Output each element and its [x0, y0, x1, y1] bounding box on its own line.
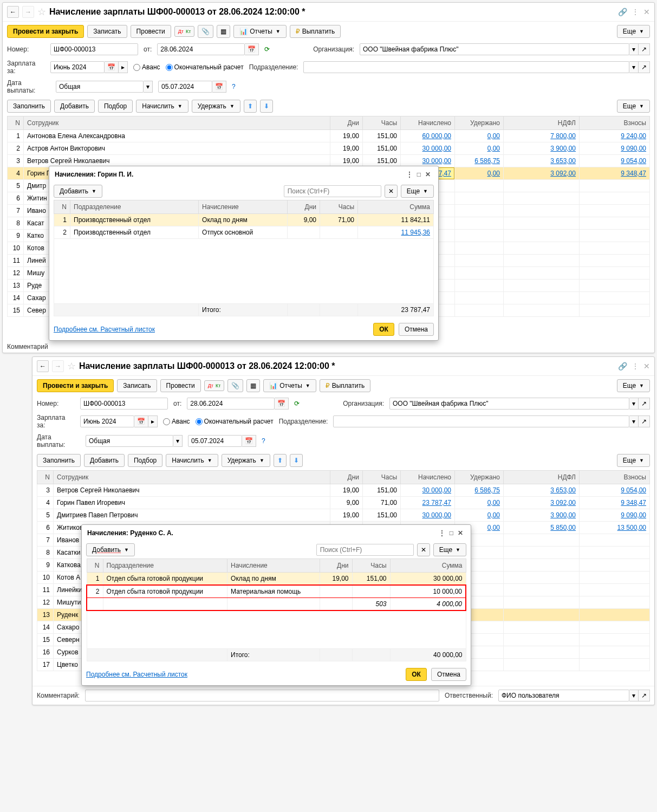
advance-radio[interactable]: Аванс — [133, 63, 160, 71]
month-input[interactable] — [80, 415, 134, 427]
more-button[interactable]: Еще ▼ — [617, 379, 650, 392]
advance-radio[interactable]: Аванс — [163, 418, 190, 425]
table-row[interactable]: 5034 000,00 — [87, 598, 466, 611]
more-button[interactable]: Еще ▼ — [617, 100, 650, 113]
pay-button[interactable]: ₽ Выплатить — [290, 25, 341, 38]
kebab-icon[interactable]: ⋮ — [437, 529, 447, 537]
dept-input[interactable] — [303, 61, 629, 73]
detail-link[interactable]: Подробнее см. Расчетный листок — [86, 671, 187, 678]
refresh-icon[interactable]: ⟳ — [264, 46, 270, 53]
table-row[interactable]: 2Производственный отделОтпуск основной11… — [54, 226, 434, 239]
dropdown-icon[interactable]: ▾ — [144, 81, 153, 93]
open-icon[interactable]: ↗ — [639, 61, 650, 73]
dt-kt-icon[interactable]: ДтКт — [204, 380, 225, 391]
help-icon[interactable]: ? — [232, 83, 236, 90]
add-button[interactable]: Добавить ▼ — [86, 543, 135, 556]
close-icon[interactable]: ✕ — [423, 171, 433, 178]
help-icon[interactable]: ? — [262, 437, 265, 445]
month-input[interactable] — [50, 61, 105, 73]
write-button[interactable]: Записать — [87, 25, 127, 38]
kebab-icon[interactable]: ⋮ — [632, 8, 639, 16]
pay-button[interactable]: ₽ Выплатить — [320, 379, 371, 392]
refresh-icon[interactable]: ⟳ — [294, 400, 300, 407]
calendar-icon[interactable]: 📅 — [275, 398, 289, 410]
responsible-input[interactable] — [498, 690, 629, 701]
clear-search-icon[interactable]: ✕ — [417, 543, 430, 556]
accrue-button[interactable]: Начислить ▼ — [166, 454, 218, 467]
structure-icon[interactable]: ▦ — [246, 379, 260, 392]
col-emp[interactable]: Сотрудник — [24, 116, 330, 130]
cancel-button[interactable]: Отмена — [399, 323, 434, 336]
fill-button[interactable]: Заполнить — [37, 454, 81, 467]
pay-type-input[interactable] — [86, 435, 173, 447]
attach-icon[interactable]: 📎 — [198, 25, 213, 38]
date-input[interactable] — [187, 398, 275, 410]
col-ndfl[interactable]: НДФЛ — [504, 116, 580, 130]
col-accrued[interactable]: Начислено — [401, 116, 455, 130]
table-row[interactable]: 1Производственный отделОклад по дням9,00… — [54, 214, 434, 226]
clear-search-icon[interactable]: ✕ — [385, 185, 398, 198]
reports-button[interactable]: 📊 Отчеты ▼ — [233, 25, 286, 38]
back-button[interactable]: ← — [37, 360, 49, 372]
structure-icon[interactable]: ▦ — [217, 25, 230, 38]
more-button[interactable]: Еще ▼ — [617, 25, 650, 38]
close-icon[interactable]: ✕ — [643, 8, 650, 16]
final-radio[interactable]: Окончательный расчет — [166, 63, 244, 71]
close-icon[interactable]: ✕ — [456, 529, 465, 537]
org-input[interactable] — [360, 43, 629, 55]
pick-button[interactable]: Подбор — [128, 454, 162, 467]
col-days[interactable]: Дни — [330, 116, 363, 130]
org-input[interactable] — [389, 398, 629, 410]
col-hours[interactable]: Часы — [363, 116, 401, 130]
more-button[interactable]: Еще ▼ — [433, 543, 466, 556]
move-down-icon[interactable]: ⬇ — [290, 454, 303, 467]
attach-icon[interactable]: 📎 — [227, 379, 243, 392]
number-input[interactable] — [50, 43, 138, 55]
dept-input[interactable] — [333, 415, 629, 427]
search-input[interactable] — [284, 185, 381, 197]
more-button[interactable]: Еще ▼ — [401, 185, 434, 198]
final-radio[interactable]: Окончательный расчет — [196, 418, 274, 425]
deduct-button[interactable]: Удержать ▼ — [222, 454, 270, 467]
back-button[interactable]: ← — [7, 6, 19, 18]
reports-button[interactable]: 📊 Отчеты ▼ — [263, 379, 316, 392]
table-row[interactable]: 4Горин Павел Игоревич9,0071,0023 787,470… — [37, 497, 650, 509]
post-and-close-button[interactable]: Провести и закрыть — [7, 25, 84, 38]
more-button[interactable]: Еще ▼ — [617, 454, 650, 467]
number-input[interactable] — [80, 398, 168, 410]
pay-date-input[interactable] — [188, 435, 242, 447]
deduct-button[interactable]: Удержать ▼ — [192, 100, 240, 113]
calendar-icon[interactable]: 📅 — [212, 81, 226, 93]
post-button[interactable]: Провести — [160, 379, 201, 392]
link-icon[interactable]: 🔗 — [618, 362, 627, 371]
add-button[interactable]: Добавить ▼ — [54, 185, 102, 198]
ok-button[interactable]: ОК — [373, 323, 394, 336]
col-contrib[interactable]: Взносы — [580, 116, 650, 130]
close-icon[interactable]: ✕ — [643, 362, 650, 371]
ok-button[interactable]: ОК — [406, 668, 427, 681]
star-icon[interactable]: ☆ — [37, 6, 46, 18]
post-button[interactable]: Провести — [131, 25, 171, 38]
move-down-icon[interactable]: ⬇ — [260, 100, 273, 113]
maximize-icon[interactable]: □ — [415, 171, 423, 178]
date-input[interactable] — [157, 43, 245, 55]
add-button[interactable]: Добавить — [84, 454, 125, 467]
forward-button[interactable]: → — [22, 6, 34, 18]
pay-date-input[interactable] — [158, 81, 212, 93]
table-row[interactable]: 5Дмитриев Павел Петрович19,00151,0030 00… — [37, 509, 650, 522]
add-button[interactable]: Добавить — [54, 100, 95, 113]
accrue-button[interactable]: Начислить ▼ — [136, 100, 188, 113]
table-row[interactable]: 1Антонова Елена Александровна19,00151,00… — [8, 130, 650, 142]
col-n[interactable]: N — [8, 116, 24, 130]
kebab-icon[interactable]: ⋮ — [632, 362, 639, 371]
cancel-button[interactable]: Отмена — [431, 668, 466, 681]
move-up-icon[interactable]: ⬆ — [244, 100, 257, 113]
fill-button[interactable]: Заполнить — [7, 100, 51, 113]
dt-kt-icon[interactable]: ДтКт — [174, 26, 195, 37]
dropdown-icon[interactable]: ▾ — [629, 43, 639, 55]
post-and-close-button[interactable]: Провести и закрыть — [37, 379, 114, 392]
table-row[interactable]: 3Ветров Сергей Николаевич19,00151,0030 0… — [37, 484, 650, 497]
month-nav-icon[interactable]: ▸ — [119, 61, 128, 73]
search-input[interactable] — [316, 544, 414, 556]
table-row[interactable]: 1Отдел сбыта готовой продукцииОклад по д… — [87, 573, 466, 586]
